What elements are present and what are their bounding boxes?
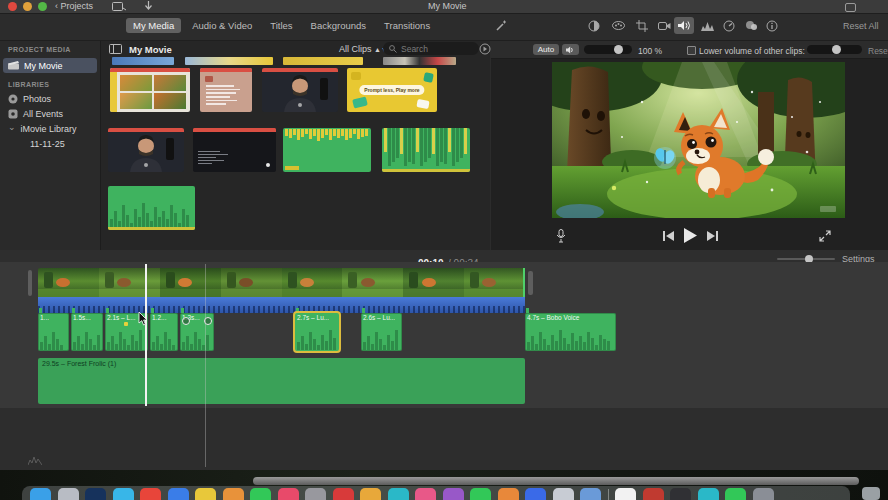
- clip-thumbnail-audio-tall[interactable]: [382, 128, 470, 172]
- sidebar-item-11-11-25[interactable]: 11-11-25: [0, 136, 100, 151]
- dock-app-icon[interactable]: [195, 488, 216, 500]
- info-icon[interactable]: [762, 17, 782, 34]
- dock-app-icon[interactable]: [698, 488, 719, 500]
- all-clips-dropdown[interactable]: All Clips ▲▼: [339, 44, 388, 54]
- reset-button[interactable]: Reset: [868, 46, 888, 56]
- play-icon[interactable]: [683, 228, 697, 243]
- timeline-audio-clip[interactable]: 2.7s – Lu...: [295, 313, 339, 351]
- playhead[interactable]: [145, 264, 147, 406]
- crop-icon[interactable]: [632, 17, 652, 34]
- clip-thumbnail-document[interactable]: [200, 68, 252, 112]
- tab-audio-video[interactable]: Audio & Video: [185, 18, 259, 33]
- clip-thumbnail-partial[interactable]: [112, 57, 174, 65]
- skip-forward-icon[interactable]: [707, 231, 718, 241]
- timeline-zoom-slider[interactable]: [777, 258, 835, 260]
- sidebar-item-imovie-library[interactable]: ⌄iMovie Library: [0, 121, 100, 136]
- volume-icon[interactable]: [674, 17, 694, 34]
- stabilization-icon[interactable]: [654, 17, 674, 34]
- dock-app-icon[interactable]: [670, 488, 691, 500]
- dock-app-icon[interactable]: [753, 488, 774, 500]
- dock-app-icon[interactable]: [333, 488, 354, 500]
- clip-thumbnail-partial[interactable]: [283, 57, 363, 65]
- zoom-window-button[interactable]: [38, 2, 47, 11]
- dock-app-icon[interactable]: [305, 488, 326, 500]
- tab-my-media[interactable]: My Media: [126, 18, 181, 33]
- sidebar-item-all-events[interactable]: All Events: [0, 106, 100, 121]
- dock-app-icon[interactable]: [388, 488, 409, 500]
- dock-app-icon[interactable]: [113, 488, 134, 500]
- clip-filter-icon[interactable]: [741, 17, 761, 34]
- mute-button[interactable]: [562, 44, 579, 55]
- clip-thumbnail-person[interactable]: [108, 128, 184, 172]
- lower-volume-checkbox[interactable]: [687, 46, 696, 55]
- waveform-toggle-icon[interactable]: [28, 456, 42, 465]
- close-window-button[interactable]: [8, 2, 17, 11]
- clip-thumbnail-partial[interactable]: [185, 57, 273, 65]
- dock-app-icon[interactable]: [415, 488, 436, 500]
- volume-keyframe-dot[interactable]: [124, 322, 128, 326]
- noise-reduction-icon[interactable]: [697, 17, 717, 34]
- dock-app-icon[interactable]: [85, 488, 106, 500]
- clip-thumbnail-promo[interactable]: Prompt less, Play more: [347, 68, 437, 112]
- lower-volume-slider[interactable]: [807, 45, 862, 54]
- dock-app-icon[interactable]: [140, 488, 161, 500]
- timeline-left-handle[interactable]: [28, 270, 32, 296]
- search-input[interactable]: Search: [383, 42, 479, 55]
- video-audio-track[interactable]: [38, 297, 525, 313]
- dock-app-icon[interactable]: [470, 488, 491, 500]
- clip-thumbnail-audio-top[interactable]: [283, 128, 371, 172]
- timeline-audio-clip[interactable]: 2.6s – Lu...: [361, 313, 402, 351]
- sidebar-item-my-movie[interactable]: My Movie: [3, 58, 97, 73]
- video-clip-filmstrip[interactable]: [38, 268, 525, 297]
- dock-app-icon[interactable]: [580, 488, 601, 500]
- auto-volume-button[interactable]: Auto: [533, 44, 559, 55]
- clip-thumbnail-audio-wave[interactable]: [108, 186, 195, 230]
- timeline-audio-clip[interactable]: 1.3s...: [180, 313, 214, 351]
- share-icon[interactable]: [845, 3, 856, 12]
- sidebar-item-photos[interactable]: Photos: [0, 91, 100, 106]
- tab-backgrounds[interactable]: Backgrounds: [304, 18, 373, 33]
- clip-thumbnail-partial[interactable]: [383, 57, 456, 65]
- dock-app-icon[interactable]: [250, 488, 271, 500]
- dock-app-icon[interactable]: [30, 488, 51, 500]
- dock-app-icon[interactable]: [725, 488, 746, 500]
- fullscreen-icon[interactable]: [819, 230, 831, 242]
- timeline-audio-clip[interactable]: 1.5s...: [71, 313, 103, 351]
- microphone-icon[interactable]: [556, 229, 566, 243]
- skip-back-icon[interactable]: [663, 231, 674, 241]
- dock-app-icon[interactable]: [223, 488, 244, 500]
- import-media-icon[interactable]: [112, 2, 126, 11]
- timeline-audio-clip[interactable]: 1...: [38, 313, 69, 351]
- dock-app-icon[interactable]: [498, 488, 519, 500]
- tab-titles[interactable]: Titles: [263, 18, 299, 33]
- fade-handle[interactable]: [182, 317, 190, 325]
- tab-transitions[interactable]: Transitions: [377, 18, 437, 33]
- minimize-window-button[interactable]: [23, 2, 32, 11]
- timeline-audio-clip[interactable]: 1.2...: [150, 313, 178, 351]
- clip-thumbnail-screenshot-grid[interactable]: [110, 68, 190, 112]
- color-correction-icon[interactable]: [608, 17, 628, 34]
- dock-app-icon[interactable]: [525, 488, 546, 500]
- dock-app-icon[interactable]: [278, 488, 299, 500]
- dock-app-icon[interactable]: [643, 488, 664, 500]
- content-nav-icon[interactable]: [479, 43, 491, 55]
- preview-viewer[interactable]: [552, 62, 845, 218]
- enhance-wand-icon[interactable]: [495, 19, 508, 32]
- dock-app-icon[interactable]: [58, 488, 79, 500]
- color-balance-icon[interactable]: [584, 17, 604, 34]
- dock-app-icon[interactable]: [553, 488, 574, 500]
- clip-thumbnail-terminal[interactable]: [193, 128, 276, 172]
- clip-thumbnail-person[interactable]: [262, 68, 338, 112]
- dock-app-icon[interactable]: [443, 488, 464, 500]
- speed-icon[interactable]: [719, 17, 739, 34]
- dock-app-icon[interactable]: [168, 488, 189, 500]
- dock-app-icon[interactable]: [360, 488, 381, 500]
- volume-slider[interactable]: [584, 45, 632, 54]
- download-arrow-icon[interactable]: [144, 1, 153, 11]
- back-to-projects-button[interactable]: ‹ Projects: [55, 1, 93, 11]
- dock-app-icon[interactable]: [615, 488, 636, 500]
- reset-all-button[interactable]: Reset All: [843, 21, 879, 31]
- trash-icon[interactable]: [862, 487, 880, 500]
- timeline-audio-clip[interactable]: 4.7s – Bobo Voice: [525, 313, 616, 351]
- background-music-clip[interactable]: 29.5s – Forest Frolic (1): [38, 358, 525, 404]
